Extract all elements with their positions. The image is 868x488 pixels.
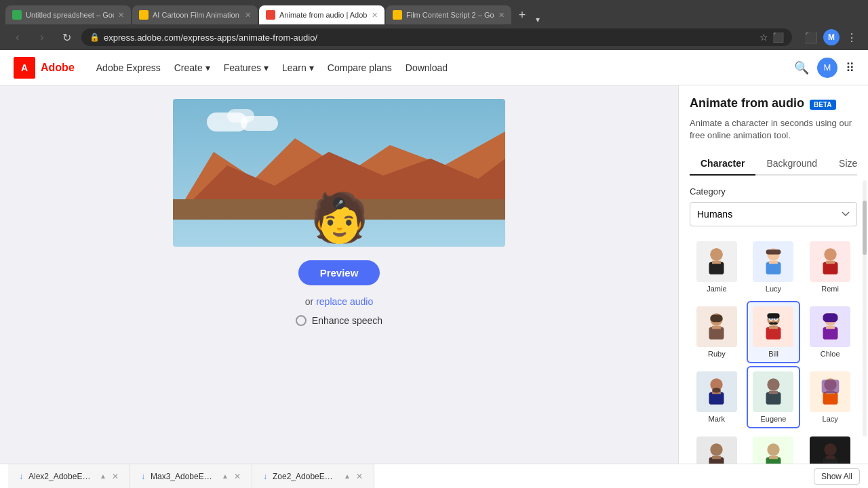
scrollbar-thumb[interactable]: [863, 201, 867, 255]
tab-character[interactable]: Character: [690, 152, 755, 176]
char-card-ruby[interactable]: Ruby: [690, 301, 744, 363]
char-name-mark: Mark: [709, 415, 725, 423]
char-card-11[interactable]: [747, 431, 801, 464]
extensions-icon[interactable]: ⬛: [803, 29, 819, 45]
adobe-logo[interactable]: A Adobe: [14, 57, 75, 79]
tab-label-3: Animate from audio | Adobe E...: [279, 11, 368, 19]
mark-svg: [698, 373, 735, 411]
char-name-jamie: Jamie: [707, 285, 726, 293]
bookmark-icon[interactable]: ☆: [760, 32, 768, 43]
nav-features[interactable]: Features ▾: [224, 62, 269, 73]
download-name-1: Alex2_AdobeEx....mp4: [28, 472, 92, 481]
char-avatar-12: [810, 436, 850, 464]
enhance-radio-button[interactable]: [296, 315, 307, 326]
remi-svg: [812, 243, 849, 281]
tab-close-4[interactable]: ✕: [498, 11, 505, 20]
browser-tab-3[interactable]: Animate from audio | Adobe E... ✕: [259, 5, 384, 24]
tab-overflow[interactable]: ▾: [536, 15, 540, 24]
address-bar-row: ‹ › ↻ 🔒 express.adobe.com/express-apps/a…: [0, 24, 868, 50]
nav-adobe-express[interactable]: Adobe Express: [96, 62, 161, 73]
right-panel: Animate from audio BETA Animate a charac…: [678, 85, 868, 464]
char-card-12[interactable]: [803, 431, 857, 464]
tab-favicon-1: [12, 10, 22, 20]
char-card-mark[interactable]: Mark: [690, 366, 744, 428]
nav-create[interactable]: Create ▾: [174, 62, 210, 73]
back-button[interactable]: ‹: [8, 28, 27, 47]
nav-compare-plans[interactable]: Compare plans: [328, 62, 392, 73]
tab-background[interactable]: Background: [755, 152, 828, 176]
tab-size[interactable]: Size: [828, 152, 868, 176]
char-avatar-10: [696, 436, 737, 464]
svg-point-22: [773, 322, 778, 325]
char-card-remi[interactable]: Remi: [803, 236, 857, 298]
char-card-lucy[interactable]: Lucy: [747, 236, 801, 298]
beta-badge: BETA: [810, 100, 835, 110]
tab-close-1[interactable]: ✕: [118, 11, 124, 20]
char-card-jamie[interactable]: Jamie: [690, 236, 744, 298]
show-all-button[interactable]: Show All: [814, 468, 860, 485]
svg-point-35: [712, 388, 721, 392]
download-close-2[interactable]: ✕: [234, 472, 241, 481]
tab-favicon-3: [266, 10, 275, 20]
panel-description: Animate a character in seconds using our…: [690, 117, 857, 142]
address-bar[interactable]: 🔒 express.adobe.com/express-apps/animate…: [81, 28, 792, 46]
panel-title-row: Animate from audio BETA: [690, 96, 857, 113]
browser-tab-2[interactable]: AI Cartoon Film Animation – C... ✕: [132, 5, 258, 24]
download-close-3[interactable]: ✕: [356, 472, 363, 481]
download-item-2[interactable]: ↓ Max3_AdobeEx....mp4 ▲ ✕: [130, 464, 252, 489]
user-profile-icon[interactable]: M: [823, 29, 840, 45]
browser-tab-4[interactable]: Film Content Script 2 – Googl... ✕: [386, 5, 511, 24]
char-avatar-remi: [810, 241, 850, 282]
apps-grid-icon[interactable]: ⠿: [846, 60, 854, 75]
download-expand-3[interactable]: ▲: [344, 472, 351, 480]
svg-rect-27: [767, 313, 779, 318]
tab-close-2[interactable]: ✕: [245, 11, 251, 20]
nav-learn[interactable]: Learn ▾: [282, 62, 314, 73]
replace-audio-link[interactable]: replace audio: [316, 296, 373, 307]
search-icon[interactable]: 🔍: [794, 60, 809, 75]
char-avatar-11: [753, 436, 793, 464]
browser-chrome: Untitled spreadsheet – Google ... ✕ AI C…: [0, 0, 868, 24]
lacy-svg: [812, 373, 849, 411]
char11-svg: [755, 439, 792, 464]
download-close-1[interactable]: ✕: [112, 472, 119, 481]
char-avatar-mark: [696, 371, 737, 412]
char-name-chloe: Chloe: [821, 350, 840, 358]
panel-scrollbar[interactable]: [863, 180, 867, 436]
main-layout: 🧑 🎤 Preview or replace audio Enhance spe…: [0, 85, 868, 464]
adobe-header: A Adobe Adobe Express Create ▾ Features …: [0, 50, 868, 85]
char12-svg: [812, 439, 849, 464]
svg-rect-10: [766, 249, 781, 254]
download-item-1[interactable]: ↓ Alex2_AdobeEx....mp4 ▲ ✕: [8, 464, 130, 489]
forward-button[interactable]: ›: [33, 28, 52, 47]
features-chevron-icon: ▾: [264, 62, 269, 73]
char-card-chloe[interactable]: Chloe: [803, 301, 857, 363]
chrome-menu-icon[interactable]: ⋮: [844, 29, 860, 45]
char-card-10[interactable]: [690, 431, 744, 464]
download-icon-1: ↓: [19, 472, 23, 481]
char-avatar-chloe: [810, 306, 850, 347]
reload-button[interactable]: ↻: [57, 28, 76, 47]
char-card-bill[interactable]: Bill: [747, 301, 801, 363]
download-item-3[interactable]: ↓ Zoe2_AdobeEx....mp4 ▲ ✕: [252, 464, 374, 489]
ruby-svg: [698, 308, 735, 346]
category-select[interactable]: Humans Animals Fantasy: [690, 202, 857, 226]
enhance-label: Enhance speech: [312, 315, 382, 326]
tab-label-4: Film Content Script 2 – Googl...: [406, 11, 494, 19]
new-tab-button[interactable]: +: [513, 5, 532, 24]
char-name-ruby: Ruby: [708, 350, 726, 358]
download-expand-2[interactable]: ▲: [222, 472, 229, 480]
browser-tab-1[interactable]: Untitled spreadsheet – Google ... ✕: [5, 5, 131, 24]
char-name-lacy: Lacy: [823, 415, 838, 423]
char-card-eugene[interactable]: Eugene: [747, 366, 801, 428]
chloe-svg: [812, 308, 849, 346]
nav-download[interactable]: Download: [406, 62, 448, 73]
tab-close-3[interactable]: ✕: [372, 11, 378, 20]
svg-point-46: [767, 443, 779, 455]
adobe-wordmark: Adobe: [41, 62, 75, 74]
preview-button[interactable]: Preview: [298, 260, 380, 285]
char-card-lacy[interactable]: Lacy: [803, 366, 857, 428]
user-avatar[interactable]: M: [817, 58, 837, 78]
extension-icon[interactable]: ⬛: [772, 32, 784, 43]
download-expand-1[interactable]: ▲: [100, 472, 106, 480]
